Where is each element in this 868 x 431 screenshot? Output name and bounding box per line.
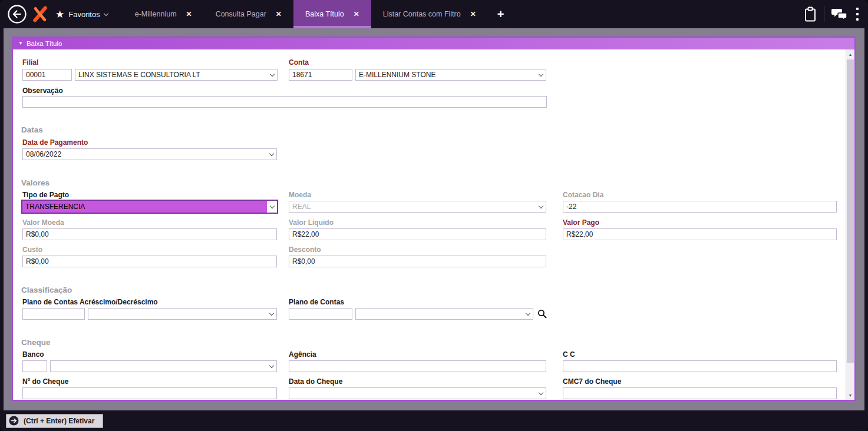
clipboard-button[interactable]	[804, 6, 817, 22]
valor-pago-label: Valor Pago	[563, 218, 599, 227]
tab-label: e-Millennium	[135, 10, 177, 18]
app-window: ★ Favoritos e-Millennium ✕ Consulta Paga…	[0, 0, 868, 431]
plano-contas-code-input[interactable]	[289, 308, 352, 320]
numero-cheque-input[interactable]	[22, 387, 277, 399]
tab-e-millennium[interactable]: e-Millennium ✕	[123, 0, 204, 28]
valor-liquido-label: Valor Líquido	[289, 218, 334, 227]
cc-input[interactable]	[563, 360, 837, 372]
more-options-button[interactable]	[855, 6, 860, 22]
filial-label: Filial	[22, 58, 38, 67]
collapse-icon: ▼	[18, 41, 23, 46]
linx-logo[interactable]	[32, 6, 48, 22]
section-classificacao: Classificação	[21, 286, 72, 294]
workspace: ▼ Baixa Título Filial LINX SISTEMAS E CO…	[4, 28, 864, 410]
data-pagamento-select[interactable]: 08/06/2022	[22, 148, 277, 160]
linx-flame-icon	[32, 6, 48, 22]
observacao-label: Observação	[22, 87, 63, 95]
chevron-down-icon	[536, 388, 546, 399]
chevron-down-icon	[103, 11, 108, 15]
section-cheque: Cheque	[21, 338, 51, 347]
cotacao-dia-input[interactable]	[563, 201, 837, 213]
chevron-down-icon	[523, 309, 533, 319]
section-valores: Valores	[21, 178, 49, 187]
cc-label: C C	[563, 350, 575, 359]
search-icon	[537, 309, 547, 319]
vertical-scrollbar[interactable]: ▲ ▼	[846, 49, 854, 400]
plano-acrescimo-code-input[interactable]	[22, 308, 85, 320]
desconto-input[interactable]	[289, 256, 546, 267]
tab-label: Listar Contas com Filtro	[383, 10, 461, 18]
chevron-down-icon	[267, 201, 277, 213]
chevron-down-icon	[536, 201, 546, 212]
chevron-down-icon	[266, 149, 276, 160]
topbar: ★ Favoritos e-Millennium ✕ Consulta Paga…	[0, 0, 868, 28]
cmc7-label: CMC7 do Cheque	[563, 377, 621, 386]
tipo-pagto-label: Tipo de Pagto	[22, 191, 69, 199]
add-tab-button[interactable]: +	[488, 0, 514, 28]
efetivar-button[interactable]: (Ctrl + Enter) Efetivar	[6, 414, 103, 428]
tipo-pagto-select[interactable]: TRANSFERENCIA	[21, 200, 278, 214]
topbar-actions	[804, 6, 868, 22]
valor-pago-input[interactable]	[563, 228, 837, 240]
observacao-input[interactable]	[22, 96, 547, 108]
chevron-down-icon	[266, 361, 276, 372]
favorites-menu[interactable]: ★ Favoritos	[55, 9, 108, 19]
back-button[interactable]	[7, 4, 27, 24]
conta-select[interactable]: E-MILLENNIUM STONE	[355, 69, 546, 81]
filial-code-input[interactable]	[22, 69, 72, 81]
scroll-up-button[interactable]: ▲	[846, 49, 854, 59]
cmc7-input[interactable]	[563, 387, 837, 399]
plano-acrescimo-label: Plano de Contas Acréscimo/Decréscimo	[22, 298, 158, 306]
bottombar: (Ctrl + Enter) Efetivar	[0, 410, 868, 431]
tab-listar-contas[interactable]: Listar Contas com Filtro ✕	[371, 0, 488, 28]
data-cheque-select[interactable]	[289, 387, 546, 399]
numero-cheque-label: Nº do Cheque	[22, 377, 68, 386]
close-icon[interactable]: ✕	[354, 10, 359, 18]
clipboard-icon	[804, 6, 817, 22]
plano-contas-search-button[interactable]	[537, 308, 547, 320]
plano-contas-label: Plano de Contas	[289, 298, 344, 306]
valor-liquido-input[interactable]	[289, 228, 546, 240]
arrow-right-circle-icon	[9, 416, 19, 426]
tab-consulta-pagar[interactable]: Consulta Pagar ✕	[204, 0, 293, 28]
section-datas: Datas	[21, 125, 43, 134]
chat-bubbles-icon	[831, 7, 848, 21]
banco-select[interactable]	[50, 360, 277, 372]
efetivar-label: (Ctrl + Enter) Efetivar	[24, 417, 94, 425]
panel-header[interactable]: ▼ Baixa Título	[13, 38, 854, 49]
plano-acrescimo-select[interactable]	[88, 308, 277, 320]
panel-title: Baixa Título	[27, 40, 62, 47]
close-icon[interactable]: ✕	[186, 10, 192, 18]
custo-input[interactable]	[22, 256, 277, 267]
close-icon[interactable]: ✕	[470, 10, 476, 18]
banco-label: Banco	[22, 350, 44, 359]
messages-button[interactable]	[831, 7, 848, 21]
data-pagamento-label: Data de Pagamento	[22, 138, 88, 147]
data-cheque-label: Data do Cheque	[289, 377, 342, 386]
agencia-input[interactable]	[289, 360, 546, 372]
arrow-left-icon	[7, 4, 27, 24]
agencia-label: Agência	[289, 350, 316, 359]
star-icon: ★	[55, 9, 64, 19]
moeda-label: Moeda	[289, 191, 311, 199]
conta-code-input[interactable]	[289, 69, 352, 81]
chevron-down-icon	[267, 69, 277, 80]
conta-label: Conta	[289, 58, 309, 67]
banco-code-input[interactable]	[22, 360, 47, 372]
tab-label: Baixa Título	[305, 10, 344, 18]
kebab-menu-icon	[855, 6, 860, 22]
close-icon[interactable]: ✕	[276, 10, 282, 18]
valor-moeda-label: Valor Moeda	[22, 218, 64, 227]
baixa-titulo-panel: ▼ Baixa Título Filial LINX SISTEMAS E CO…	[12, 37, 856, 401]
scroll-down-button[interactable]: ▼	[846, 390, 854, 400]
form-area: Filial LINX SISTEMAS E CONSULTORIA LT Co…	[13, 49, 854, 400]
scrollbar-thumb[interactable]	[847, 59, 854, 363]
filial-select[interactable]: LINX SISTEMAS E CONSULTORIA LT	[75, 69, 278, 81]
plano-contas-select[interactable]	[355, 308, 533, 320]
tab-label: Consulta Pagar	[216, 10, 266, 18]
cotacao-dia-label: Cotacao Dia	[563, 191, 603, 199]
valor-moeda-input[interactable]	[22, 228, 277, 240]
desconto-label: Desconto	[289, 246, 321, 254]
tab-baixa-titulo[interactable]: Baixa Título ✕	[293, 0, 371, 28]
chevron-down-icon	[266, 309, 276, 319]
